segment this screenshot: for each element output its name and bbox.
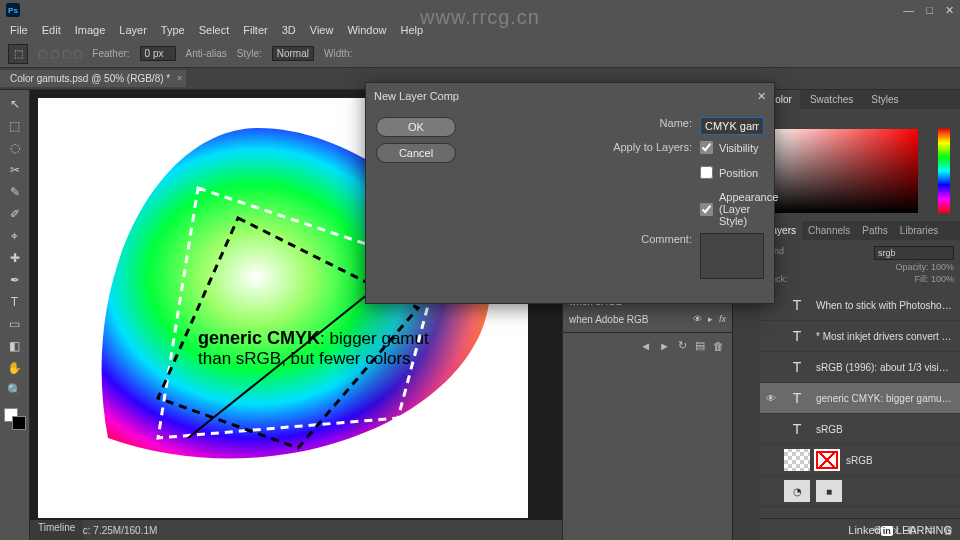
style-select[interactable]: Normal (272, 46, 314, 61)
apply-label: Apply to Layers: (464, 141, 692, 153)
tab-swatches[interactable]: Swatches (802, 90, 861, 109)
menu-type[interactable]: Type (161, 24, 185, 36)
healing-tool[interactable]: ⌖ (4, 226, 26, 246)
comment-input[interactable] (700, 233, 764, 279)
style-label: Style: (237, 48, 262, 59)
layer-row[interactable]: 👁Tgeneric CMYK: bigger gamut than … (760, 383, 960, 414)
tab-channels[interactable]: Channels (802, 221, 856, 240)
type-tool[interactable]: T (4, 292, 26, 312)
app-logo: Ps (6, 3, 20, 17)
name-label: Name: (464, 117, 692, 129)
layer-row[interactable]: T* Most inkjet drivers convert to sR… (760, 321, 960, 352)
gradient-tool[interactable]: ◧ (4, 336, 26, 356)
layer-row[interactable]: TsRGB (760, 414, 960, 445)
ok-button[interactable]: OK (376, 117, 456, 137)
linkedin-learning-badge: Linkedin LEARNING (848, 524, 952, 536)
comment-label: Comment: (464, 233, 692, 245)
width-label: Width: (324, 48, 352, 59)
hue-slider[interactable] (938, 129, 950, 213)
layer-row[interactable]: TWhen to stick with Photoshop's def… (760, 290, 960, 321)
text-layer-icon: T (784, 294, 810, 316)
eye-icon[interactable]: 👁 (693, 314, 702, 324)
menu-window[interactable]: Window (347, 24, 386, 36)
menu-layer[interactable]: Layer (119, 24, 147, 36)
lc-trash-icon[interactable]: 🗑 (713, 340, 724, 352)
lc-prev-icon[interactable]: ◄ (640, 340, 651, 352)
toolbox: ↖ ⬚ ◌ ✂ ✎ ✐ ⌖ ✚ ✒ T ▭ ◧ ✋ 🔍 (0, 90, 30, 540)
mask-layer-thumb (784, 449, 840, 471)
text-layer-icon: T (784, 356, 810, 378)
cancel-button[interactable]: Cancel (376, 143, 456, 163)
window-maximize[interactable]: □ (926, 4, 933, 17)
document-tab[interactable]: Color gamuts.psd @ 50% (RGB/8) * × (0, 70, 186, 87)
dialog-title: New Layer Comp (374, 90, 459, 102)
menu-3d[interactable]: 3D (282, 24, 296, 36)
menu-edit[interactable]: Edit (42, 24, 61, 36)
layer-row[interactable]: sRGB (760, 445, 960, 476)
text-layer-icon: T (784, 418, 810, 440)
lc-next-icon[interactable]: ► (659, 340, 670, 352)
color-swatches[interactable] (4, 408, 26, 430)
window-minimize[interactable]: — (903, 4, 914, 17)
new-layer-comp-dialog: New Layer Comp ✕ Name: OK Cancel Apply t… (365, 82, 775, 304)
menu-select[interactable]: Select (199, 24, 230, 36)
text-layer-icon: T (784, 387, 810, 409)
layer-options: Kind Opacity: 100% Lock:Fill: 100% (760, 240, 960, 290)
close-tab-icon[interactable]: × (177, 73, 182, 83)
crop-tool[interactable]: ✂ (4, 160, 26, 180)
layers-list: TWhen to stick with Photoshop's def…T* M… (760, 290, 960, 518)
clone-tool[interactable]: ✚ (4, 248, 26, 268)
options-bar: ⬚ ▢ ▢ ▢ ▢ Feather: 0 px Anti-alias Style… (0, 40, 960, 68)
lc-new-icon[interactable]: ▤ (695, 339, 705, 352)
antialias-label: Anti-alias (186, 48, 227, 59)
dialog-close-icon[interactable]: ✕ (757, 90, 766, 103)
lasso-tool[interactable]: ◌ (4, 138, 26, 158)
layer-row[interactable]: ◔■ (760, 476, 960, 507)
shape-tool[interactable]: ▭ (4, 314, 26, 334)
brush-tool[interactable]: ✐ (4, 204, 26, 224)
document-tab-title: Color gamuts.psd @ 50% (RGB/8) * (10, 73, 170, 84)
menu-view[interactable]: View (310, 24, 334, 36)
color-panel (760, 109, 960, 221)
text-layer-icon: T (784, 325, 810, 347)
adjust-layer-thumb: ◔ (784, 480, 810, 502)
tab-libraries[interactable]: Libraries (894, 221, 944, 240)
tool-preset-icon[interactable]: ⬚ (8, 44, 28, 64)
move-tool[interactable]: ↖ (4, 94, 26, 114)
color-field[interactable] (768, 129, 918, 213)
menu-file[interactable]: File (10, 24, 28, 36)
marquee-tool[interactable]: ⬚ (4, 116, 26, 136)
right-panel-group: Color Swatches Styles Layers Channels Pa… (760, 90, 960, 540)
visibility-checkbox[interactable]: Visibility (700, 141, 764, 154)
appearance-checkbox[interactable]: Appearance (Layer Style) (700, 191, 764, 227)
name-input[interactable] (700, 117, 764, 135)
canvas-caption: generic CMYK: bigger gamut than sRGB, bu… (198, 328, 429, 369)
eyedropper-tool[interactable]: ✎ (4, 182, 26, 202)
pen-tool[interactable]: ✒ (4, 270, 26, 290)
feather-label: Feather: (92, 48, 129, 59)
timeline-tab[interactable]: Timeline (30, 520, 83, 540)
window-close[interactable]: ✕ (945, 4, 954, 17)
position-checkbox[interactable]: Position (700, 166, 764, 179)
layer-comp-row[interactable]: when Adobe RGB👁 ▸ fx (563, 310, 732, 328)
tab-paths[interactable]: Paths (856, 221, 894, 240)
hand-tool[interactable]: ✋ (4, 358, 26, 378)
tab-styles[interactable]: Styles (863, 90, 906, 109)
feather-input[interactable]: 0 px (140, 46, 176, 61)
lc-update-icon[interactable]: ↻ (678, 339, 687, 352)
visibility-toggle[interactable]: 👁 (766, 393, 778, 404)
layer-row[interactable]: TsRGB (1996): about 1/3 visible colors (760, 352, 960, 383)
menu-image[interactable]: Image (75, 24, 106, 36)
layer-filter-input[interactable] (874, 246, 954, 260)
zoom-tool[interactable]: 🔍 (4, 380, 26, 400)
watermark: www.rrcg.cn (420, 6, 540, 29)
status-bar: 50% Doc: 7.25M/160.1M (30, 520, 562, 540)
menu-filter[interactable]: Filter (243, 24, 267, 36)
